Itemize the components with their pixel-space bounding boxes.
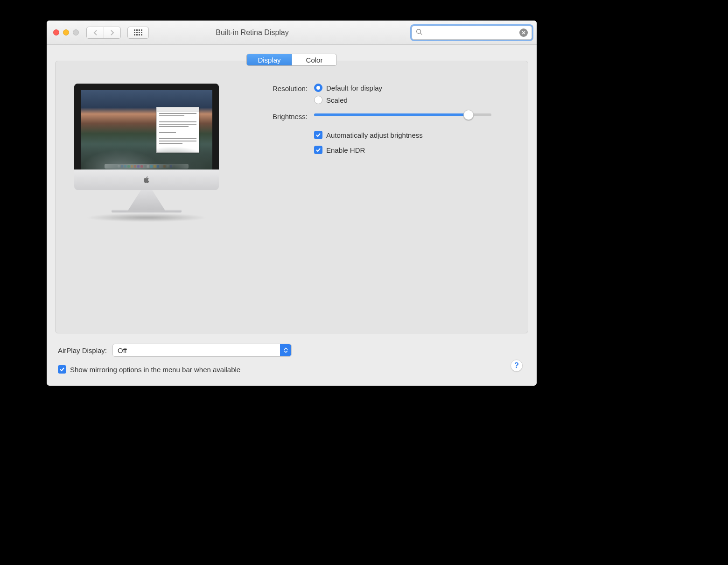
enable-hdr-label: Enable HDR (326, 146, 365, 154)
radio-dot-icon (314, 84, 322, 92)
clear-search-button[interactable] (519, 28, 528, 37)
window-body: Display Color (47, 45, 537, 386)
brightness-label: Brightness: (252, 112, 308, 120)
airplay-row: AirPlay Display: Off (58, 344, 525, 357)
tab-color[interactable]: Color (292, 54, 336, 65)
checkbox-checked-icon (314, 146, 322, 154)
tab-control: Display Color (246, 54, 337, 66)
auto-brightness-checkbox[interactable]: Automatically adjust brightness (314, 131, 514, 139)
minimize-window-button[interactable] (63, 29, 69, 35)
airplay-label: AirPlay Display: (58, 346, 107, 354)
tab-display[interactable]: Display (247, 54, 292, 65)
display-preview (74, 84, 219, 222)
brightness-slider[interactable] (314, 113, 491, 116)
resolution-label: Resolution: (252, 84, 308, 104)
airplay-select[interactable]: Off (112, 344, 292, 357)
window-title: Built-in Retina Display (97, 28, 408, 37)
brightness-slider-row (314, 112, 514, 120)
enable-hdr-checkbox[interactable]: Enable HDR (314, 146, 514, 154)
select-arrows-icon (280, 344, 291, 356)
resolution-default-label: Default for display (326, 84, 382, 92)
svg-point-0 (417, 29, 421, 34)
resolution-radios: Default for display Scaled (314, 84, 514, 104)
svg-line-1 (420, 33, 422, 35)
preview-dock (105, 164, 189, 169)
search-input[interactable] (425, 29, 519, 36)
titlebar: Built-in Retina Display (47, 21, 537, 45)
apple-icon (143, 176, 150, 184)
checkbox-checked-icon (314, 131, 322, 139)
zoom-window-button (73, 29, 79, 35)
mirroring-label: Show mirroring options in the menu bar w… (70, 366, 240, 374)
close-window-button[interactable] (53, 29, 59, 35)
slider-thumb[interactable] (463, 110, 474, 120)
settings-panel: Display Color (55, 61, 528, 333)
search-icon (416, 28, 422, 36)
auto-brightness-label: Automatically adjust brightness (326, 131, 423, 139)
panel-content: Resolution: Default for display Scaled B… (56, 61, 528, 236)
radio-dot-icon (314, 96, 322, 104)
search-field[interactable] (412, 26, 532, 40)
preview-chin (74, 170, 219, 190)
preview-textedit-window (156, 107, 199, 153)
window-controls (53, 29, 79, 35)
help-button[interactable]: ? (511, 360, 523, 372)
preferences-window: Built-in Retina Display Display Color (47, 21, 537, 386)
footer: AirPlay Display: Off Show mirroring opti… (55, 344, 528, 374)
resolution-scaled-radio[interactable]: Scaled (314, 96, 514, 104)
airplay-value: Off (118, 346, 127, 354)
resolution-default-radio[interactable]: Default for display (314, 84, 514, 92)
settings-column: Resolution: Default for display Scaled B… (252, 84, 514, 222)
mirroring-checkbox[interactable]: Show mirroring options in the menu bar w… (58, 365, 525, 374)
resolution-scaled-label: Scaled (326, 96, 348, 104)
checkbox-checked-icon (58, 365, 66, 374)
